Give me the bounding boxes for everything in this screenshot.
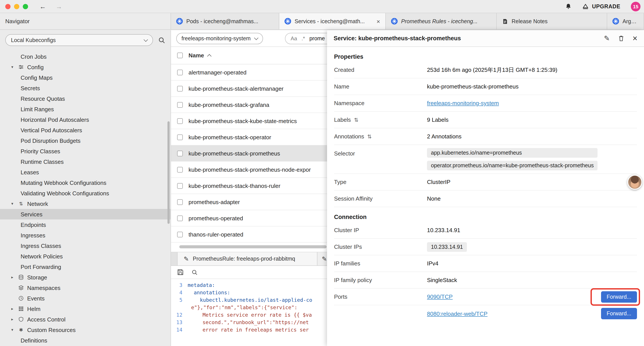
sidebar-item-label: Config Maps <box>20 74 52 81</box>
tab-close-icon[interactable]: × <box>374 18 380 25</box>
sidebar-item-definitions[interactable]: Definitions <box>0 335 170 346</box>
row-checkbox[interactable] <box>177 69 183 75</box>
detail-label: Ports <box>334 294 348 300</box>
row-checkbox[interactable] <box>177 134 183 140</box>
sidebar-item-namespaces[interactable]: Namespaces <box>0 283 170 293</box>
sidebar-item-events[interactable]: Events <box>0 293 170 304</box>
nav-back-icon[interactable]: ← <box>40 3 46 10</box>
sidebar-item-port-forwarding[interactable]: Port Forwarding <box>0 262 170 272</box>
sidebar-item-access-control[interactable]: ▸ Access Control <box>0 314 170 325</box>
sidebar-item-cron-jobs[interactable]: Cron Jobs <box>0 51 170 62</box>
sidebar-item-endpoints[interactable]: Endpoints <box>0 219 170 230</box>
select-all-checkbox[interactable] <box>177 52 183 58</box>
edit-icon[interactable]: ✎ <box>604 35 610 42</box>
row-checkbox[interactable] <box>177 118 183 124</box>
namespace-select[interactable]: freeleaps-monitoring-system <box>176 33 263 44</box>
sidebar-item-validating-webhook-configurations[interactable]: Validating Webhook Configurations <box>0 188 170 198</box>
chevron-right-icon[interactable]: ▸ <box>10 317 15 322</box>
sidebar-item-horizontal-pod-autoscalers[interactable]: Horizontal Pod Autoscalers <box>0 114 170 125</box>
selector-badge: app.kubernetes.io/name=prometheus <box>427 148 598 158</box>
chevron-down-icon[interactable]: ▾ <box>10 201 15 206</box>
row-checkbox[interactable] <box>177 215 183 221</box>
column-header-name[interactable]: Name <box>188 52 211 59</box>
row-checkbox[interactable] <box>177 199 183 205</box>
chevron-right-icon[interactable]: ▸ <box>10 307 15 311</box>
save-icon[interactable] <box>177 269 184 276</box>
window-zoom-button[interactable] <box>23 4 28 9</box>
sidebar-item-config-maps[interactable]: Config Maps <box>0 72 170 83</box>
trash-icon[interactable] <box>618 35 624 42</box>
tab-services[interactable]: Services - icecheng@math... × <box>279 13 386 29</box>
sidebar-item-label: Cron Jobs <box>20 53 47 60</box>
row-checkbox[interactable] <box>177 167 183 172</box>
namespace-link[interactable]: freeleaps-monitoring-system <box>427 100 499 106</box>
column-header-label: Name <box>188 52 204 59</box>
edit-icon: ✎ <box>184 256 189 262</box>
sidebar-item-helm[interactable]: ▸ Helm <box>0 304 170 314</box>
line-number: 3 <box>171 282 188 289</box>
sidebar-item-ingress-classes[interactable]: Ingress Classes <box>0 240 170 251</box>
sidebar-item-services[interactable]: Services <box>0 209 170 219</box>
kubeconfig-select[interactable]: Local Kubeconfigs <box>5 34 153 46</box>
sidebar-item-label: Ingresses <box>20 232 45 239</box>
sidebar-item-secrets[interactable]: Secrets <box>0 83 170 93</box>
tab-pods[interactable]: Pods - icecheng@mathmas... <box>171 13 279 29</box>
avatar[interactable] <box>627 175 642 190</box>
sidebar-item-config[interactable]: ▾ Config <box>0 62 170 72</box>
editor-tab-prometheusrule[interactable]: ✎ PrometheusRule: freeleaps-prod-rabbitm… <box>177 252 318 265</box>
horizontal-scrollbar[interactable] <box>179 245 326 248</box>
regex-toggle[interactable]: .* <box>302 35 305 41</box>
upgrade-button[interactable]: UPGRADE <box>582 3 620 10</box>
forward-button[interactable]: Forward... <box>601 291 637 303</box>
notification-badge[interactable]: 15 <box>631 1 640 11</box>
sidebar-item-priority-classes[interactable]: Priority Classes <box>0 146 170 156</box>
sidebar-item-label: Helm <box>27 306 40 312</box>
nav-forward-icon[interactable]: → <box>56 3 62 10</box>
search-icon[interactable] <box>158 36 165 43</box>
port-link-8080[interactable]: 8080:reloader-web/TCP <box>427 310 488 317</box>
row-name: alertmanager-operated <box>188 69 246 75</box>
row-checkbox[interactable] <box>177 183 183 189</box>
titlebar-right: UPGRADE 15 <box>565 1 640 11</box>
notifications-bell-icon[interactable] <box>565 3 572 10</box>
tab-prometheus-rules[interactable]: Prometheus Rules - icecheng... <box>386 13 497 29</box>
row-checkbox[interactable] <box>177 150 183 156</box>
port-link-9090[interactable]: 9090/TCP <box>427 294 453 300</box>
sidebar-item-leases[interactable]: Leases <box>0 167 170 177</box>
sidebar-item-custom-resources[interactable]: ▾ ✱ Custom Resources <box>0 325 170 335</box>
namespaces-icon <box>18 285 24 291</box>
close-icon[interactable]: × <box>632 34 638 42</box>
line-number: 12 <box>171 311 188 319</box>
vertical-scrollbar[interactable] <box>168 121 170 224</box>
window-controls <box>5 4 28 9</box>
forward-button[interactable]: Forward... <box>601 308 637 319</box>
row-checkbox[interactable] <box>177 232 183 237</box>
sidebar-item-storage[interactable]: ▸ Storage <box>0 272 170 283</box>
window-close-button[interactable] <box>5 4 10 9</box>
sidebar-item-ingresses[interactable]: Ingresses <box>0 230 170 240</box>
chevron-down-icon[interactable]: ▾ <box>10 65 15 69</box>
chevron-right-icon[interactable]: ▸ <box>10 275 15 280</box>
sidebar-item-runtime-classes[interactable]: Runtime Classes <box>0 156 170 167</box>
sidebar-item-limit-ranges[interactable]: Limit Ranges <box>0 104 170 114</box>
sidebar-item-label: Definitions <box>20 337 47 344</box>
row-checkbox[interactable] <box>177 86 183 91</box>
sidebar-item-vertical-pod-autoscalers[interactable]: Vertical Pod Autoscalers <box>0 125 170 135</box>
tab-argo[interactable]: Argo Se <box>607 13 644 29</box>
tab-label: Services - icecheng@math... <box>294 18 365 24</box>
sidebar-item-label: Custom Resources <box>27 327 76 333</box>
sidebar-item-network-policies[interactable]: Network Policies <box>0 251 170 262</box>
expand-icon[interactable]: ⇅ <box>354 117 358 123</box>
detail-row-labels: Labels⇅ 9 Labels <box>334 112 637 128</box>
expand-icon[interactable]: ⇅ <box>367 133 372 139</box>
sidebar-item-network[interactable]: ▾ ⇅ Network <box>0 198 170 209</box>
tab-release-notes[interactable]: Release Notes <box>497 13 607 29</box>
match-case-toggle[interactable]: Aa <box>291 35 297 41</box>
sidebar-item-resource-quotas[interactable]: Resource Quotas <box>0 93 170 104</box>
sidebar-item-mutating-webhook-configurations[interactable]: Mutating Webhook Configurations <box>0 177 170 188</box>
search-icon[interactable] <box>192 269 198 275</box>
row-checkbox[interactable] <box>177 102 183 107</box>
sidebar-item-pod-disruption-budgets[interactable]: Pod Disruption Budgets <box>0 135 170 146</box>
chevron-down-icon[interactable]: ▾ <box>10 328 15 332</box>
window-minimize-button[interactable] <box>14 4 19 9</box>
